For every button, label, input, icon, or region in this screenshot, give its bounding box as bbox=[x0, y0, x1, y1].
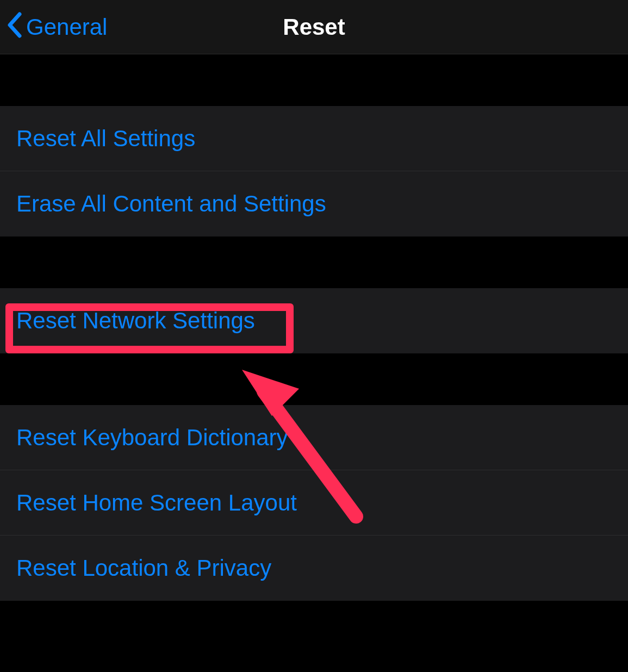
back-button[interactable]: General bbox=[0, 12, 107, 42]
reset-all-settings-item[interactable]: Reset All Settings bbox=[0, 106, 628, 171]
section-gap bbox=[0, 353, 628, 405]
reset-network-settings-item[interactable]: Reset Network Settings bbox=[0, 288, 628, 353]
item-label: Reset All Settings bbox=[16, 126, 195, 152]
reset-keyboard-dictionary-item[interactable]: Reset Keyboard Dictionary bbox=[0, 405, 628, 470]
back-label: General bbox=[26, 14, 107, 40]
item-label: Reset Location & Privacy bbox=[16, 555, 271, 581]
item-label: Reset Network Settings bbox=[16, 308, 255, 334]
settings-group-3: Reset Keyboard Dictionary Reset Home Scr… bbox=[0, 405, 628, 601]
chevron-left-icon bbox=[7, 12, 22, 42]
section-gap bbox=[0, 54, 628, 106]
erase-all-content-item[interactable]: Erase All Content and Settings bbox=[0, 171, 628, 237]
item-label: Reset Home Screen Layout bbox=[16, 490, 297, 516]
item-label: Reset Keyboard Dictionary bbox=[16, 425, 288, 451]
settings-group-2: Reset Network Settings bbox=[0, 288, 628, 353]
reset-location-privacy-item[interactable]: Reset Location & Privacy bbox=[0, 536, 628, 601]
navigation-bar: General Reset bbox=[0, 0, 628, 54]
reset-home-screen-layout-item[interactable]: Reset Home Screen Layout bbox=[0, 470, 628, 536]
item-label: Erase All Content and Settings bbox=[16, 191, 326, 217]
section-gap bbox=[0, 237, 628, 288]
page-title: Reset bbox=[283, 14, 345, 40]
settings-group-1: Reset All Settings Erase All Content and… bbox=[0, 106, 628, 237]
